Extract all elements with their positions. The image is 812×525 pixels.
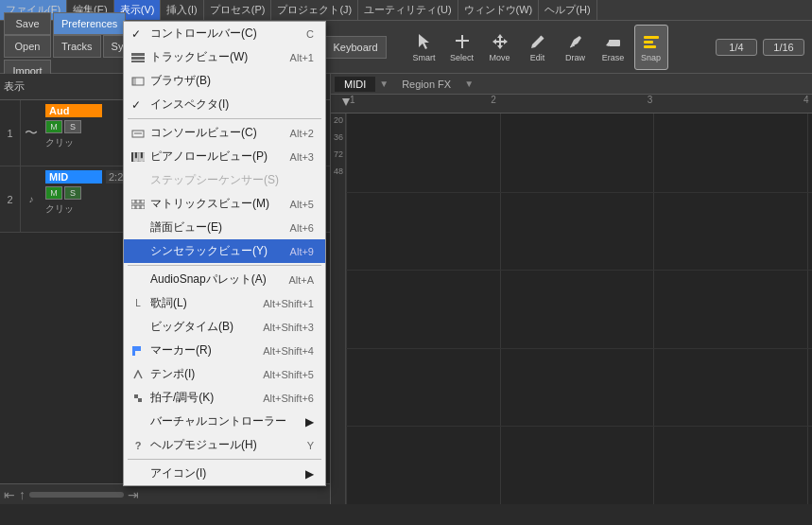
menu-item-tempo[interactable]: テンポ(I) Alt+Shift+5 xyxy=(124,362,325,386)
menu-label-browser: ブラウザ(B) xyxy=(150,73,211,89)
svg-rect-11 xyxy=(131,57,145,60)
select-tool[interactable]: Select xyxy=(445,25,479,70)
icon-tempo xyxy=(130,368,147,381)
draw-icon xyxy=(566,32,585,51)
menu-item-helpmod[interactable]: ? ヘルプモジュール(H) Y xyxy=(124,433,325,457)
mini-mark-4: 48 xyxy=(331,166,345,184)
shortcut-helpmod: Y xyxy=(288,440,314,451)
icon-icons xyxy=(130,467,147,481)
menu-item-lyrics[interactable]: L 歌詞(L) Alt+Shift+1 xyxy=(124,291,325,315)
menu-label-marker: マーカー(R) xyxy=(150,342,212,359)
shortcut-matrix: Alt+5 xyxy=(271,199,314,210)
menu-item-step[interactable]: ステップシーケンサー(S) xyxy=(124,168,325,192)
console-icon xyxy=(131,129,145,138)
menu-label-tempo: テンポ(I) xyxy=(150,366,195,382)
icon-helpmod: ? xyxy=(130,439,147,452)
menubar-window[interactable]: ウィンドウ(W) xyxy=(458,0,540,20)
grid-v-0 xyxy=(346,114,347,504)
midi-tab-midi[interactable]: MIDI xyxy=(335,77,375,92)
smart-tool[interactable]: Smart xyxy=(407,25,441,70)
icon-synth xyxy=(130,245,147,258)
menu-item-console[interactable]: コンソールビュー(C) Alt+2 xyxy=(124,121,325,145)
midi-region-arrow[interactable]: ▼ xyxy=(464,79,474,89)
track-name-2[interactable]: MID xyxy=(45,170,102,184)
svg-rect-17 xyxy=(131,152,133,162)
erase-tool[interactable]: Erase xyxy=(596,25,631,70)
track-name-1[interactable]: Aud xyxy=(45,104,102,117)
menu-label-timesig: 拍子/調号(K) xyxy=(150,390,214,406)
snap-value-box[interactable]: 1/4 xyxy=(716,39,757,56)
menu-item-virtual[interactable]: バーチャルコントローラー ▶ xyxy=(124,410,325,433)
svg-rect-12 xyxy=(131,61,145,62)
menu-item-inspector[interactable]: ✓ インスペクタ(I) xyxy=(124,93,325,116)
keyboard-button[interactable]: Keyboard xyxy=(325,36,387,59)
nav-up-icon[interactable]: ↑ xyxy=(19,487,26,502)
sep-1 xyxy=(128,118,321,119)
menu-item-synth[interactable]: シンセラックビュー(Y) Alt+9 xyxy=(124,239,325,263)
icon-browser xyxy=(130,75,147,88)
track-type-icon-2: ♪ xyxy=(21,166,42,232)
menu-item-timesig[interactable]: 拍子/調号(K) Alt+Shift+6 xyxy=(124,386,325,410)
shortcut-tempo: Alt+Shift+5 xyxy=(244,369,314,380)
move-tool[interactable]: Move xyxy=(483,25,517,70)
menu-item-controlbar[interactable]: ✓ コントロールバー(C) C xyxy=(124,22,325,45)
icon-virtual xyxy=(130,415,147,429)
svg-rect-9 xyxy=(644,45,656,48)
menu-label-bigtime: ビッグタイム(B) xyxy=(150,319,233,335)
midi-tab-region-fx[interactable]: Region FX xyxy=(392,77,460,92)
menu-label-synth: シンセラックビュー(Y) xyxy=(150,243,268,259)
svg-rect-14 xyxy=(132,78,136,85)
track-mute-btn-2[interactable]: M xyxy=(45,186,62,200)
preferences-button[interactable]: Preferences xyxy=(53,12,126,35)
track-solo-btn-2[interactable]: S xyxy=(64,186,81,200)
tracks-button[interactable]: Tracks xyxy=(53,35,101,58)
ruler-mark-4: 4 xyxy=(803,95,809,105)
ruler-mark-1: 1 xyxy=(350,95,355,105)
menu-item-marker[interactable]: マーカー(R) Alt+Shift+4 xyxy=(124,339,325,362)
open-button[interactable]: Open xyxy=(4,35,51,58)
nav-left-icon[interactable]: ⇤ xyxy=(4,487,15,502)
svg-rect-7 xyxy=(644,36,659,39)
menu-item-audiosnap[interactable]: AudioSnapパレット(A) Alt+A xyxy=(124,268,325,291)
menu-item-browser[interactable]: ブラウザ(B) xyxy=(124,69,325,93)
snap-tool[interactable]: Snap xyxy=(634,25,668,70)
menu-item-matrix[interactable]: マトリックスビュー(M) Alt+5 xyxy=(124,192,325,216)
sep-3 xyxy=(128,459,321,460)
track-view-label: 表示 xyxy=(4,79,25,94)
menu-item-trackview[interactable]: トラックビュー(W) Alt+1 xyxy=(124,45,325,69)
main-area: 表示 + ⊞ 1 〜 Aud M S クリッ xyxy=(0,74,812,504)
menu-label-console: コンソールビュー(C) xyxy=(150,125,257,141)
menubar-help[interactable]: ヘルプ(H) xyxy=(539,0,596,20)
menu-label-score: 譜面ビュー(E) xyxy=(150,219,222,236)
midi-tab-arrow[interactable]: ▼ xyxy=(379,79,389,89)
svg-rect-10 xyxy=(131,53,145,56)
menubar-project[interactable]: プロジェクト(J) xyxy=(271,0,358,20)
menu-item-score[interactable]: 譜面ビュー(E) Alt+6 xyxy=(124,216,325,239)
help-icon: ? xyxy=(135,440,142,451)
menu-item-bigtime[interactable]: ビッグタイム(B) Alt+Shift+3 xyxy=(124,315,325,339)
midi-grid[interactable] xyxy=(346,114,812,504)
track-mute-btn-1[interactable]: M xyxy=(45,120,62,133)
grid-v-3 xyxy=(807,114,808,504)
draw-tool[interactable]: Draw xyxy=(559,25,593,70)
grid-h-2 xyxy=(346,348,812,349)
mini-mark-3: 72 xyxy=(331,149,345,166)
svg-rect-33 xyxy=(134,394,138,398)
grid-wrapper: 20 36 72 48 xyxy=(331,114,812,504)
marker-icon xyxy=(132,346,144,356)
save-button[interactable]: Save xyxy=(4,12,51,35)
select-icon xyxy=(453,32,472,51)
menu-item-piano[interactable]: ピアノロールビュー(P) Alt+3 xyxy=(124,145,325,168)
icon-inspector xyxy=(130,98,147,112)
track-number-1: 1 xyxy=(0,100,21,166)
midi-area: MIDI ▼ Region FX ▼ 1 2 3 4 20 36 72 48 xyxy=(331,74,812,504)
snap-value2-box[interactable]: 1/16 xyxy=(763,39,804,56)
menu-item-icons[interactable]: アイコン(I) ▶ xyxy=(124,462,325,485)
scroll-bar[interactable] xyxy=(29,492,124,498)
nav-right-icon[interactable]: ⇥ xyxy=(128,487,139,502)
track-solo-btn-1[interactable]: S xyxy=(64,120,81,133)
edit-tool[interactable]: Edit xyxy=(521,25,555,70)
menubar-process[interactable]: プロセス(P) xyxy=(204,0,272,20)
menubar-utility[interactable]: ユーティリティ(U) xyxy=(358,0,458,20)
move-label: Move xyxy=(490,53,510,62)
